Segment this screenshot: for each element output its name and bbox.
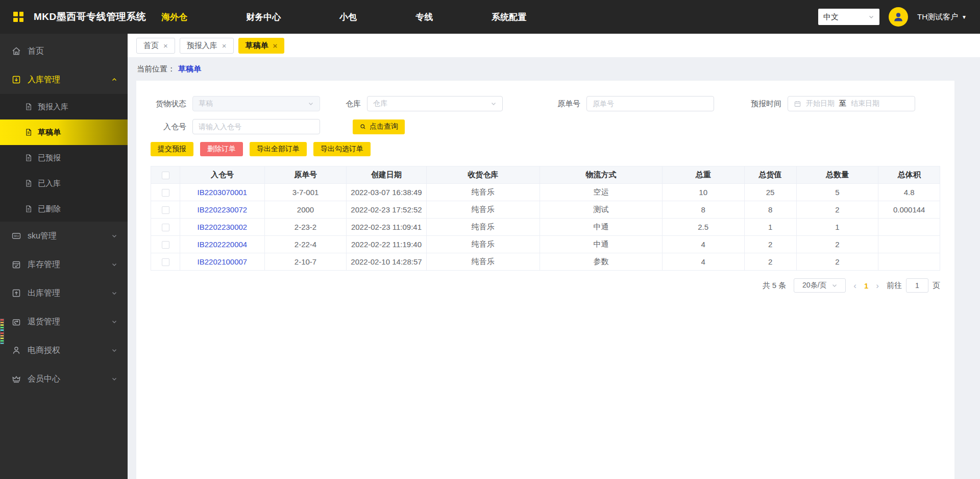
current-page[interactable]: 1 xyxy=(864,281,868,290)
next-page-button[interactable]: › xyxy=(876,281,879,290)
outbound-box-icon xyxy=(11,288,21,298)
export-selected-button[interactable]: 导出勾选订单 xyxy=(313,142,371,156)
search-button[interactable]: 点击查询 xyxy=(353,119,405,134)
inbound-no-link[interactable]: IB2202230072 xyxy=(180,201,264,219)
row-checkbox[interactable] xyxy=(162,241,169,249)
nav-item-dedicated-line[interactable]: 专线 xyxy=(415,11,433,23)
sidebar-group-member-center[interactable]: 会员中心 xyxy=(0,365,128,393)
open-tabs-bar: 首页 × 预报入库 × 草稿单 × xyxy=(128,34,980,57)
sidebar-item-label: 首页 xyxy=(28,46,44,57)
inbound-no-link[interactable]: IB2203070001 xyxy=(180,184,264,201)
sidebar-group-label: 退货管理 xyxy=(28,317,60,327)
document-icon xyxy=(24,179,33,187)
breadcrumb-prefix: 当前位置： xyxy=(137,64,175,74)
nav-item-small-parcel[interactable]: 小包 xyxy=(339,11,357,23)
inventory-icon xyxy=(11,259,21,270)
sidebar-group-outbound[interactable]: 出库管理 xyxy=(0,279,128,307)
jump-suffix: 页 xyxy=(933,281,940,291)
inbound-no-link[interactable]: IB2202220004 xyxy=(180,236,264,253)
chevron-down-icon xyxy=(111,376,117,382)
sidebar-item-label: 已预报 xyxy=(38,153,61,163)
sidebar-group-inventory[interactable]: 库存管理 xyxy=(0,250,128,279)
sidebar-group-returns[interactable]: 退货管理 xyxy=(0,307,128,336)
original-no-label: 原单号 xyxy=(552,99,580,109)
cell-created: 2022-03-07 16:38:49 xyxy=(347,184,426,201)
sidebar-group-sku[interactable]: SKU sku管理 xyxy=(0,222,128,250)
cell-original-no: 2-22-4 xyxy=(264,236,347,253)
row-checkbox[interactable] xyxy=(162,206,169,214)
cell-warehouse: 纯音乐 xyxy=(426,253,540,271)
user-icon xyxy=(892,11,904,23)
apps-grid-icon[interactable] xyxy=(13,12,23,22)
cell-warehouse: 纯音乐 xyxy=(426,201,540,219)
sidebar-item-home[interactable]: 首页 xyxy=(0,37,128,65)
cell-value: 8 xyxy=(744,201,796,219)
chevron-down-icon xyxy=(308,101,314,107)
cell-volume xyxy=(878,219,940,236)
nav-item-finance-center[interactable]: 财务中心 xyxy=(246,11,281,23)
document-icon xyxy=(24,205,33,213)
forecast-time-range-picker[interactable]: 开始日期 至 结束日期 xyxy=(788,96,915,111)
language-select[interactable]: 中文 xyxy=(818,9,879,25)
person-icon xyxy=(11,345,21,355)
close-icon[interactable]: × xyxy=(163,42,168,50)
col-value: 总货值 xyxy=(744,166,796,184)
breadcrumb-current: 草稿单 xyxy=(178,64,201,74)
sidebar-group-inbound[interactable]: 入库管理 xyxy=(0,65,128,94)
cell-weight: 2.5 xyxy=(662,219,744,236)
cell-weight: 4 xyxy=(662,253,744,271)
original-no-input[interactable] xyxy=(586,96,714,111)
sidebar-group-ecommerce-auth[interactable]: 电商授权 xyxy=(0,336,128,365)
cell-logistics: 空运 xyxy=(540,184,663,201)
inbound-no-link[interactable]: IB2202230002 xyxy=(180,219,264,236)
sidebar-group-label: 会员中心 xyxy=(28,374,60,385)
inbound-no-input[interactable] xyxy=(192,119,320,134)
cell-weight: 10 xyxy=(662,184,744,201)
warehouse-select[interactable]: 仓库 xyxy=(367,96,503,111)
select-all-checkbox[interactable] xyxy=(162,172,169,179)
nav-item-overseas-warehouse[interactable]: 海外仓 xyxy=(161,11,187,23)
cell-volume xyxy=(878,253,940,271)
inbound-box-icon xyxy=(11,75,21,85)
breadcrumb: 当前位置： 草稿单 xyxy=(128,57,980,81)
page-size-select[interactable]: 20条/页 xyxy=(794,278,846,293)
cell-original-no: 2-10-7 xyxy=(264,253,347,271)
row-checkbox[interactable] xyxy=(162,224,169,231)
sidebar-item-forecast-inbound[interactable]: 预报入库 xyxy=(0,94,128,119)
cell-original-no: 2-23-2 xyxy=(264,219,347,236)
delete-order-button[interactable]: 删除订单 xyxy=(200,142,243,156)
row-checkbox[interactable] xyxy=(162,258,169,266)
tab-label: 草稿单 xyxy=(246,41,268,51)
avatar[interactable] xyxy=(889,7,908,27)
prev-page-button[interactable]: ‹ xyxy=(853,281,856,290)
tab-home[interactable]: 首页 × xyxy=(136,38,175,54)
col-original-no: 原单号 xyxy=(264,166,347,184)
nav-item-system-config[interactable]: 系统配置 xyxy=(492,11,526,23)
tab-draft-order[interactable]: 草稿单 × xyxy=(238,38,285,54)
sidebar-item-deleted[interactable]: 已删除 xyxy=(0,196,128,222)
jump-page-input[interactable] xyxy=(906,278,928,293)
cell-value: 2 xyxy=(744,236,796,253)
sidebar-item-inbounded[interactable]: 已入库 xyxy=(0,171,128,196)
export-all-button[interactable]: 导出全部订单 xyxy=(250,142,307,156)
svg-text:SKU: SKU xyxy=(14,234,19,237)
close-icon[interactable]: × xyxy=(222,42,227,50)
cell-volume: 4.8 xyxy=(878,184,940,201)
sidebar-item-draft-order[interactable]: 草稿单 xyxy=(0,119,128,145)
close-icon[interactable]: × xyxy=(273,42,278,50)
cell-value: 2 xyxy=(744,253,796,271)
table-row: IB2202220004 2-22-4 2022-02-22 11:19:40 … xyxy=(151,236,940,253)
document-icon xyxy=(24,154,33,162)
sidebar-item-forecasted[interactable]: 已预报 xyxy=(0,145,128,171)
submit-forecast-button[interactable]: 提交预报 xyxy=(151,142,193,156)
start-date-placeholder: 开始日期 xyxy=(806,99,835,108)
search-icon xyxy=(359,123,366,130)
cell-original-no: 3-7-001 xyxy=(264,184,347,201)
inbound-no-link[interactable]: IB2202100007 xyxy=(180,253,264,271)
cargo-status-select[interactable]: 草稿 xyxy=(192,96,320,111)
row-checkbox[interactable] xyxy=(162,189,169,197)
user-menu[interactable]: TH测试客户 ▼ xyxy=(917,12,967,22)
cell-original-no: 2000 xyxy=(264,201,347,219)
cell-volume xyxy=(878,236,940,253)
tab-forecast-inbound[interactable]: 预报入库 × xyxy=(180,38,234,54)
